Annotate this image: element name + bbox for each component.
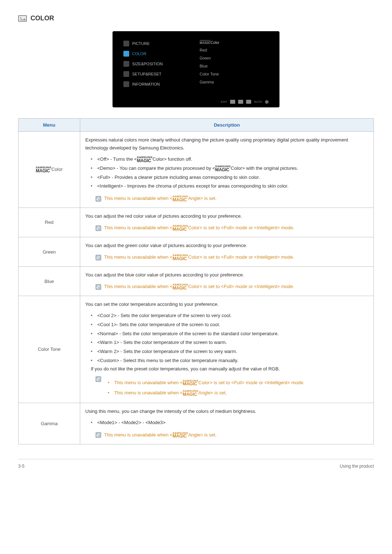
section-title: COLOR: [30, 15, 54, 22]
note-text: This menu is unavailable when <SAMSUNGMA…: [108, 388, 305, 398]
desc-text: You can adjust the blue color value of p…: [85, 271, 368, 279]
desc-text: Expresses natural colors more clearly wi…: [85, 136, 368, 152]
list-item: <Normal> - Sets the color temperature of…: [91, 329, 368, 338]
note-text: This menu is unavailable when <SAMSUNGMA…: [104, 284, 294, 289]
osd-magic-color: SAMSUNGMAGICColor: [200, 38, 269, 46]
menu-blue: Blue: [19, 267, 80, 296]
desc-text: You can adjust the red color value of pi…: [85, 212, 368, 220]
note-text: This menu is unavailable when <SAMSUNGMA…: [104, 254, 294, 260]
menu-green: Green: [19, 237, 80, 267]
list-item: <Custom> - Select this menu to set the c…: [91, 356, 368, 365]
desc-text: If you do not like the preset color temp…: [85, 365, 368, 373]
table-row: Red You can adjust the red color value o…: [19, 208, 374, 237]
note-icon: [95, 284, 101, 290]
settings-table: Menu Description SAMSUNGMAGICColor Expre…: [18, 118, 374, 444]
menu-magiccolor: SAMSUNGMAGICColor: [19, 132, 80, 208]
header-description: Description: [80, 119, 374, 132]
osd-green: Green: [200, 54, 269, 62]
osd-sizepos: SIZE&POSITION: [123, 59, 196, 69]
osd-setup: SETUP&RESET: [123, 69, 196, 79]
list-item: <Off> - Turns the <SAMSUNGMAGICColor> fu…: [91, 155, 368, 164]
picture-icon: [18, 15, 27, 22]
note-text: This menu is unavailable when <SAMSUNGMA…: [108, 378, 305, 388]
note-icon: [95, 255, 101, 260]
note-icon: [95, 196, 101, 202]
note-icon: [95, 376, 101, 382]
note-icon: [95, 432, 101, 438]
osd-info: INFORMATION: [123, 79, 196, 89]
list-item: <Mode1> - <Mode2> - <Mode3>: [91, 418, 368, 427]
table-row: Color Tone You can set the color tempera…: [19, 296, 374, 403]
footer-left: 3-5: [18, 464, 24, 469]
list-item: <Demo> - You can compare the pictures pr…: [91, 164, 368, 173]
note-text: This menu is unavailable when <SAMSUNGMA…: [104, 432, 216, 438]
table-row: SAMSUNGMAGICColor Expresses natural colo…: [19, 132, 374, 208]
list-item: <Full> - Provides a clearer picture incl…: [91, 173, 368, 182]
osd-footer: EXIT AUTO: [221, 100, 269, 104]
note-text: This menu is unavailable when <SAMSUNGMA…: [104, 196, 216, 201]
footer-right: Using the product: [340, 464, 374, 469]
table-row: Gamma Using this menu, you can change th…: [19, 403, 374, 444]
list-item: <Intelligent> - Improves the chroma of p…: [91, 182, 368, 191]
table-row: Blue You can adjust the blue color value…: [19, 267, 374, 296]
osd-red: Red: [200, 46, 269, 54]
osd-blue: Blue: [200, 62, 269, 70]
desc-text: You can adjust the green color value of …: [85, 242, 368, 250]
osd-gamma: Gamma: [200, 78, 269, 86]
svg-point-2: [20, 17, 21, 19]
list-item: <Warm 1> - Sets the color temperature of…: [91, 338, 368, 347]
menu-colortone: Color Tone: [19, 296, 80, 403]
list-item: <Warm 2> - Sets the color temperature of…: [91, 347, 368, 356]
header-menu: Menu: [19, 119, 80, 132]
page-footer: 3-5 Using the product: [18, 459, 374, 469]
section-header: COLOR: [18, 15, 374, 22]
note-icon: [95, 225, 101, 231]
osd-picture: PICTURE: [123, 38, 196, 49]
list-item: <Cool 2> - Sets the color temperature of…: [91, 311, 368, 320]
note-text: This menu is unavailable when <SAMSUNGMA…: [104, 225, 294, 230]
osd-screenshot: PICTURE COLOR SIZE&POSITION SETUP&RESET …: [113, 31, 279, 107]
menu-red: Red: [19, 208, 80, 237]
menu-gamma: Gamma: [19, 403, 80, 444]
desc-text: You can set the color temperature accord…: [85, 300, 368, 308]
table-row: Green You can adjust the green color val…: [19, 237, 374, 267]
osd-color: COLOR: [123, 49, 196, 59]
osd-colortone: Color Tone: [200, 70, 269, 78]
desc-text: Using this menu, you can change the inte…: [85, 407, 368, 415]
list-item: <Cool 1>- Sets the color temperature of …: [91, 320, 368, 329]
